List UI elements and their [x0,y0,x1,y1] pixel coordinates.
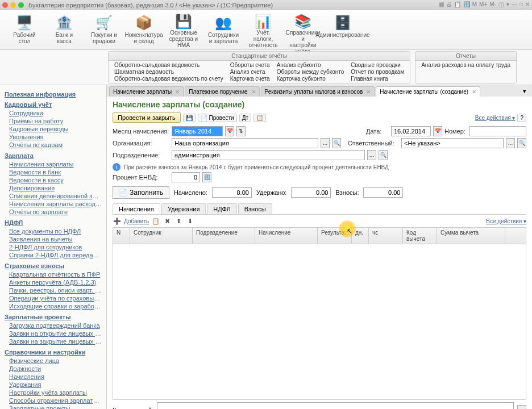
x-icon[interactable]: ✕ [525,1,530,9]
document-tab[interactable]: Платежное поручение✕ [185,86,259,97]
sidebar-item[interactable]: Списания депонированной зарплаты [5,192,102,200]
report-link[interactable]: Анализ счета [230,69,270,75]
sidebar-item[interactable]: Отчёты по зарплате [5,208,102,216]
sidebar-item[interactable]: Заявки на закрытие лицевых счетов [5,337,102,345]
tab-close-icon[interactable]: ✕ [366,89,371,95]
comment-input[interactable] [157,402,514,409]
calendar-icon[interactable]: 📅 [433,126,442,136]
select-icon[interactable]: … [321,138,330,148]
report-link[interactable]: Шахматная ведомость [114,69,223,75]
resp-input[interactable] [401,138,504,148]
toolbar-button[interactable]: 👥Сотрудникии зарплата [203,11,243,48]
calendar-icon[interactable]: 📅 [225,126,234,136]
sidebar-item[interactable]: Ведомости в банк [5,168,102,176]
save-button[interactable]: 💾 [183,114,196,122]
sidebar-item[interactable]: Все документы по НДФЛ [5,227,102,235]
column-header[interactable]: N [113,228,130,244]
report-link[interactable]: Сводные проводки [351,62,404,68]
sidebar-item[interactable]: Депонирования [5,184,102,192]
calc-icon[interactable]: 🔢 [202,172,211,182]
spin-icon[interactable]: ⇅ [236,126,246,136]
sidebar-item[interactable]: Пачки, реестры, описи кварт. отчётнос… [5,286,102,294]
sidebar-item[interactable]: Способы отражения зарплаты в бух. уч… [5,397,102,404]
help-button[interactable]: ? [517,114,526,122]
all-actions-link[interactable]: Все действия ▾ [486,218,526,224]
sidebar-item[interactable]: Начисления зарплаты расходные орде… [5,200,102,208]
date-input[interactable] [391,126,431,136]
add-icon[interactable]: ➕ [113,216,122,226]
month-input[interactable] [172,126,223,136]
tab-close-icon[interactable]: ✕ [251,89,256,95]
document-tab[interactable]: Начисление зарплаты✕ [109,86,184,97]
add-button[interactable]: Добавить [124,218,149,224]
sidebar-section[interactable]: Кадровый учёт [5,101,102,108]
tb-icon[interactable]: ▦ [439,1,444,9]
document-tab[interactable]: Начисление зарплаты (создание)✕ [376,86,480,97]
maximize-icon[interactable] [18,2,24,8]
report-link[interactable]: Карточка субконто [277,76,344,82]
detail-tab[interactable]: Начисления [113,203,160,214]
number-input[interactable] [469,126,526,136]
report-link[interactable]: Карточка счета [230,76,270,82]
fill-button[interactable]: 📄 Заполнить [113,186,169,199]
toolbar-button[interactable]: 🏦Банк икасса [44,11,84,48]
sidebar-section[interactable]: Зарплата [5,152,102,159]
envd-input[interactable] [172,172,200,182]
report-link[interactable]: Оборотно-сальдовая ведомость [114,62,223,68]
search-icon[interactable]: 🔍 [332,138,341,148]
sidebar-item[interactable]: Сотрудники [5,109,102,117]
toolbar-button[interactable]: 🖥️Рабочийстол [5,11,44,48]
toolbar-button[interactable]: 🗄️Администрирование [323,11,363,48]
sidebar-item[interactable]: Увольнения [5,133,102,141]
copy-icon[interactable]: 📋 [151,216,160,226]
sidebar-item[interactable]: 2-НДФЛ для сотрудников [5,243,102,251]
select-icon[interactable]: … [506,138,515,148]
sidebar-item[interactable]: Кадровые переводы [5,125,102,133]
detail-tab[interactable]: Взносы [238,203,272,214]
sidebar-item[interactable]: Квартальная отчётность в ПФР [5,270,102,278]
toolbar-button[interactable]: 📦Номенклатураи склад [124,11,164,48]
sidebar-item[interactable]: Настройки учёта зарплаты [5,389,102,397]
document-tab[interactable]: Реквизиты уплаты налогов и взносов✕ [261,86,375,97]
sidebar-item[interactable]: Ведомости в кассу [5,176,102,184]
column-header[interactable]: Код вычета [403,228,437,244]
up-icon[interactable]: ⬆ [174,216,183,226]
tab-close-icon[interactable]: ✕ [175,89,180,95]
data-grid[interactable]: NСотрудникПодразделениеНачислениеРезульт… [113,227,526,400]
all-actions-link[interactable]: Все действия ▾ [475,115,516,121]
report-link[interactable]: Обороты между субконто [277,69,344,75]
sidebar-item[interactable]: Исходящие справки о заработке для р… [5,302,102,310]
tabs-dropdown[interactable]: ▾ [519,86,530,97]
toolbar-button[interactable]: 💾Основныесредства и НМА [164,11,203,48]
tb-icon[interactable]: 📋 [454,1,461,9]
tb-icon[interactable]: M [472,1,477,9]
search-icon[interactable]: 🔍 [517,138,526,148]
sidebar-section[interactable]: Страховые взносы [5,262,102,269]
sidebar-item[interactable]: Удержания [5,381,102,389]
report-link[interactable]: Отчет по проводкам [351,69,404,75]
column-header[interactable]: Сотрудник [130,228,193,244]
sidebar-item[interactable]: Анкеты персучёта (АДВ-1,2,3) [5,278,102,286]
sidebar-section[interactable]: Полезная информация [5,91,102,98]
sidebar-item[interactable]: Операции учёта по страховым взносам [5,294,102,302]
delete-icon[interactable]: ✖ [163,216,172,226]
min-icon[interactable]: — [512,1,517,9]
sidebar-item[interactable]: Физические лица [5,357,102,365]
detail-tab[interactable]: НДФЛ [207,203,236,214]
close-icon[interactable] [2,2,8,8]
sidebar-item[interactable]: Начисления [5,373,102,381]
sidebar-item[interactable]: Заявки на открытие лицевых счетов [5,329,102,337]
sidebar-item[interactable]: Отчёты по кадрам [5,141,102,149]
toolbar-button[interactable]: 📊Учёт, налоги,отчётность [243,11,283,48]
sidebar-item[interactable]: Начисления зарплаты [5,160,102,168]
tb-icon[interactable]: M+ [479,1,487,9]
sidebar-item[interactable]: Справки 2-НДФЛ для передачи в нало… [5,251,102,259]
post-and-close-button[interactable]: Провести и закрыть [113,112,181,123]
sidebar-item[interactable]: Приёмы на работу [5,117,102,125]
column-header[interactable]: дн. [352,228,369,244]
column-header[interactable]: Сумма вычета [437,228,505,244]
report-link[interactable]: Анализ субконто [277,62,344,68]
tab-close-icon[interactable]: ✕ [472,89,476,95]
sidebar-section[interactable]: НДФЛ [5,219,102,226]
report-button[interactable]: 📋 [253,114,266,122]
